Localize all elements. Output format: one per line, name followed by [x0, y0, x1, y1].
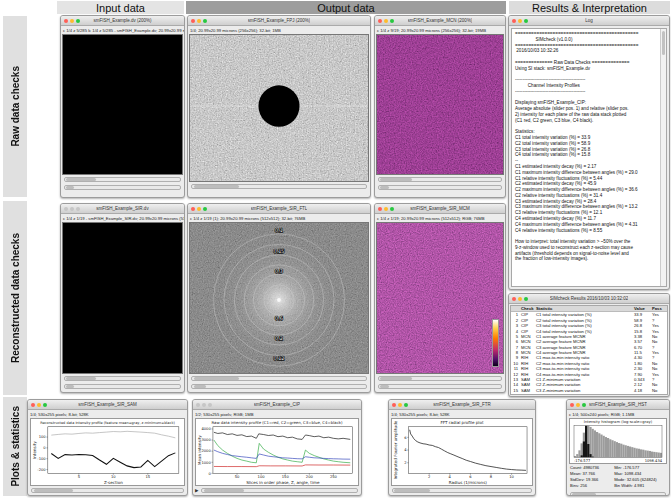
- titlebar[interactable]: smFISH_Example.dv (200%): [61, 16, 184, 26]
- zoom-icon[interactable]: [43, 403, 47, 407]
- zoom-icon[interactable]: [582, 403, 586, 407]
- channel-slider[interactable]: [191, 184, 367, 189]
- svg-text:Raw data intensity profile (C1: Raw data intensity profile (C1=red, C2=g…: [211, 420, 343, 425]
- channel-slider[interactable]: [191, 376, 367, 381]
- close-icon[interactable]: [196, 403, 200, 407]
- zoom-icon[interactable]: [203, 19, 207, 23]
- close-icon[interactable]: [378, 19, 382, 23]
- close-icon[interactable]: [512, 19, 516, 23]
- minimize-icon[interactable]: [398, 403, 402, 407]
- minimize-icon[interactable]: [37, 403, 41, 407]
- minimize-icon[interactable]: [197, 19, 201, 23]
- z-slider[interactable]: [378, 384, 502, 389]
- titlebar[interactable]: smFISH_Example_SIR_MCM: [375, 204, 505, 214]
- stack-slider[interactable]: [31, 488, 184, 493]
- titlebar[interactable]: smFISH_Example_MCN (200%): [375, 16, 505, 26]
- titlebar[interactable]: Log: [509, 16, 669, 26]
- z-slider[interactable]: [64, 384, 181, 389]
- close-icon[interactable]: [64, 19, 68, 23]
- titlebar[interactable]: smFISH_Example_SIR_FTL: [188, 204, 370, 214]
- svg-text:0.15: 0.15: [274, 248, 285, 254]
- log-text-area[interactable]: ========================================…: [511, 28, 667, 287]
- svg-text:Mean intensity: Mean intensity: [197, 434, 202, 465]
- col-statistic[interactable]: Statistic: [536, 306, 634, 311]
- zoom-icon[interactable]: [390, 207, 394, 211]
- ftl-image-canvas[interactable]: 0.10.120.150.20.30.6: [189, 222, 369, 374]
- sir-starfield-texture: [63, 223, 182, 373]
- table-row[interactable]: 16SAMC4 Z-minimum variation0.437?: [511, 393, 667, 395]
- scrollbar-thumb[interactable]: [662, 31, 665, 55]
- stack-slider[interactable]: [392, 488, 532, 493]
- fpj-image-canvas[interactable]: [189, 34, 369, 182]
- col-pass[interactable]: Pass: [652, 306, 665, 311]
- raw-image-canvas[interactable]: [62, 34, 183, 175]
- titlebar[interactable]: smFISH_Example_SIR_SAM: [28, 400, 187, 410]
- svg-text:4: 4: [404, 448, 407, 452]
- svg-text:0: 0: [43, 446, 46, 450]
- titlebar[interactable]: smFISH_Example_CIP: [193, 400, 361, 410]
- minimize-icon[interactable]: [576, 403, 580, 407]
- titlebar[interactable]: smFISH_Example_FPJ (200%): [188, 16, 370, 26]
- close-icon[interactable]: [392, 403, 396, 407]
- titlebar[interactable]: SIMcheck Results 2016/10/03 10:32:02: [509, 294, 669, 304]
- close-icon[interactable]: [191, 207, 195, 211]
- close-icon[interactable]: [378, 207, 382, 211]
- svg-text:2: 2: [428, 475, 430, 479]
- window-cip-plot: smFISH_Example_CIP 1/2; 530x255 pixels; …: [192, 399, 362, 496]
- channel-slider[interactable]: [64, 376, 181, 381]
- cip-plot-panel: Raw data intensity profile (C1=red, C2=g…: [195, 418, 359, 486]
- log-scrollbar[interactable]: [660, 29, 666, 286]
- z-slider[interactable]: [64, 185, 181, 190]
- zoom-icon[interactable]: [76, 19, 80, 23]
- zoom-icon[interactable]: [524, 297, 528, 301]
- zoom-icon[interactable]: [524, 19, 528, 23]
- close-icon[interactable]: [191, 19, 195, 23]
- z-slider[interactable]: [191, 384, 367, 389]
- stack-slider[interactable]: [201, 488, 358, 493]
- window-title: smFISH_Example_SIR_FTL: [251, 206, 308, 211]
- titlebar[interactable]: smFISH_Example_SIR_FTR: [389, 400, 535, 410]
- channel-slider[interactable]: [378, 177, 502, 182]
- zoom-icon[interactable]: [404, 403, 408, 407]
- svg-text:-176.577: -176.577: [574, 459, 590, 463]
- mcm-image-canvas[interactable]: [376, 222, 504, 374]
- zoom-icon[interactable]: [76, 207, 80, 211]
- play-icon[interactable]: ▶: [193, 488, 198, 493]
- window-raw-input-stack: smFISH_Example.dv (200%) c 1/4 z 5/285 l…: [60, 15, 185, 198]
- image-info: c 1/4 z 1/19 (1); 20.99x20.99 microns (5…: [188, 214, 370, 222]
- channel-slider[interactable]: [378, 376, 502, 381]
- minimize-icon[interactable]: [197, 207, 201, 211]
- channel-slider[interactable]: [64, 177, 181, 182]
- z-slider[interactable]: [378, 185, 502, 190]
- zoom-icon[interactable]: [203, 207, 207, 211]
- sir-image-canvas[interactable]: [62, 222, 183, 374]
- fourier-noise-texture: [190, 35, 368, 181]
- svg-text:2000: 2000: [201, 449, 211, 453]
- minimize-icon[interactable]: [70, 19, 74, 23]
- svg-text:-100: -100: [37, 457, 46, 461]
- minimize-icon[interactable]: [384, 19, 388, 23]
- close-icon[interactable]: [64, 207, 68, 211]
- image-info: c 1/4 z 5/285 lc 1/4 z 5/285 - smFISH_Ex…: [61, 26, 184, 34]
- zoom-icon[interactable]: [390, 19, 394, 23]
- minimize-icon[interactable]: [384, 207, 388, 211]
- minimize-icon[interactable]: [70, 207, 74, 211]
- titlebar[interactable]: smFISH_Example_SIR.dv: [61, 204, 184, 214]
- titlebar[interactable]: smFISH_Example_SIR_HST: [567, 400, 669, 410]
- zoom-icon[interactable]: [208, 403, 212, 407]
- stack-slider[interactable]: [570, 492, 666, 496]
- svg-text:100: 100: [39, 435, 47, 439]
- col-value[interactable]: Value: [634, 306, 652, 311]
- minimize-icon[interactable]: [202, 403, 206, 407]
- close-icon[interactable]: [570, 403, 574, 407]
- image-info: c 1/4; 500x240 pixels; RGB; 1.1MB: [567, 410, 669, 418]
- close-icon[interactable]: [31, 403, 35, 407]
- close-icon[interactable]: [512, 297, 516, 301]
- mcn-image-canvas[interactable]: [376, 34, 504, 175]
- window-modulation-contrast-map: smFISH_Example_SIR_MCM c 1/4 z 1/19; 20.…: [374, 203, 506, 393]
- results-table-rows: 1CIPC1 total intensity variation (%)33.9…: [511, 312, 667, 395]
- col-check[interactable]: Check: [521, 306, 536, 311]
- minimize-icon[interactable]: [518, 19, 522, 23]
- minimize-icon[interactable]: [518, 297, 522, 301]
- svg-text:4000: 4000: [201, 427, 211, 431]
